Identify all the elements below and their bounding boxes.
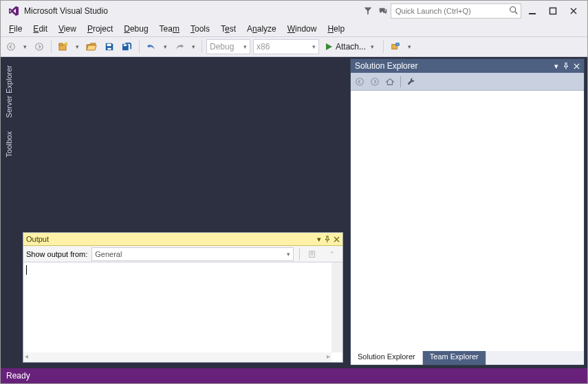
- toggle-word-wrap-button[interactable]: ": [325, 247, 340, 262]
- window-position-icon[interactable]: ▾: [554, 62, 558, 71]
- close-icon[interactable]: [574, 62, 580, 71]
- window-position-icon[interactable]: ▾: [317, 235, 321, 244]
- svg-rect-9: [107, 44, 111, 47]
- close-button[interactable]: [564, 3, 583, 19]
- tab-solution-explorer[interactable]: Solution Explorer: [351, 351, 423, 365]
- menu-team[interactable]: Team: [154, 23, 185, 35]
- save-button[interactable]: [102, 39, 117, 54]
- redo-dropdown[interactable]: ▾: [190, 43, 197, 50]
- vs-logo-icon: [8, 5, 20, 17]
- close-icon[interactable]: [334, 235, 340, 244]
- svg-rect-10: [107, 48, 111, 50]
- separator: [299, 248, 300, 260]
- toolbox-tab[interactable]: Toolbox: [3, 126, 14, 163]
- save-all-button[interactable]: [120, 39, 135, 54]
- back-icon[interactable]: [355, 77, 364, 87]
- main-toolbar: ▾ ▾ ▾ ▾ Debug▾ x86▾ Attach... ▾ ▾: [1, 36, 587, 57]
- separator: [400, 76, 401, 87]
- maximize-button[interactable]: [543, 3, 563, 19]
- menu-file[interactable]: File: [3, 23, 28, 35]
- nav-back-dropdown[interactable]: ▾: [21, 43, 29, 50]
- nav-back-button[interactable]: [3, 39, 19, 54]
- svg-point-0: [510, 7, 516, 12]
- solution-config-combo[interactable]: Debug▾: [206, 39, 250, 54]
- svg-rect-7: [59, 43, 63, 45]
- svg-rect-13: [396, 43, 399, 46]
- menu-edit[interactable]: Edit: [28, 23, 53, 35]
- show-output-from-label: Show output from:: [26, 250, 87, 258]
- svg-point-16: [371, 78, 379, 85]
- nav-forward-button[interactable]: [32, 39, 47, 54]
- menu-test[interactable]: Test: [215, 23, 241, 35]
- start-attach-button[interactable]: Attach... ▾: [322, 42, 379, 52]
- menu-analyze[interactable]: Analyze: [241, 23, 282, 35]
- start-label: Attach...: [336, 42, 366, 52]
- separator: [383, 41, 384, 53]
- titlebar: Microsoft Visual Studio: [1, 1, 587, 21]
- solution-explorer-tree[interactable]: [351, 91, 584, 351]
- titlebar-title: Microsoft Visual Studio: [24, 6, 108, 16]
- svg-line-1: [515, 12, 518, 14]
- open-file-button[interactable]: [84, 39, 99, 54]
- output-header[interactable]: Output ▾: [23, 233, 342, 246]
- output-source-combo[interactable]: General▾: [91, 247, 294, 261]
- search-icon: [509, 5, 519, 15]
- start-dropdown[interactable]: ▾: [369, 43, 376, 50]
- svg-point-4: [8, 43, 15, 51]
- solution-explorer-panel: Solution Explorer ▾ Solution E: [350, 58, 585, 365]
- forward-icon[interactable]: [370, 77, 380, 87]
- minimize-button[interactable]: [523, 3, 542, 19]
- redo-button[interactable]: [172, 39, 187, 54]
- feedback-icon[interactable]: [375, 3, 391, 19]
- document-well: [17, 57, 349, 232]
- menu-help[interactable]: Help: [322, 23, 350, 35]
- svg-rect-3: [550, 8, 556, 14]
- svg-rect-11: [124, 45, 127, 47]
- properties-icon[interactable]: [406, 77, 416, 87]
- new-project-dropdown[interactable]: ▾: [74, 43, 81, 50]
- right-dock: Solution Explorer ▾ Solution E: [349, 57, 587, 368]
- menu-project[interactable]: Project: [82, 23, 118, 35]
- pin-icon[interactable]: [563, 62, 569, 71]
- play-icon: [325, 43, 333, 51]
- svg-rect-2: [529, 13, 536, 14]
- client-area: Server Explorer Toolbox Output ▾ Show ou…: [1, 57, 587, 368]
- menu-debug[interactable]: Debug: [118, 23, 153, 35]
- tab-team-explorer[interactable]: Team Explorer: [423, 351, 486, 365]
- output-toolbar: Show output from: General▾ ": [23, 246, 342, 262]
- separator: [202, 41, 202, 53]
- svg-point-5: [36, 43, 43, 51]
- panel-tabstrip: Solution Explorer Team Explorer: [351, 351, 584, 365]
- menu-view[interactable]: View: [53, 23, 82, 35]
- document-area-column: Output ▾ Show output from: General▾ ": [17, 57, 349, 368]
- status-text: Ready: [6, 371, 30, 381]
- separator: [51, 41, 52, 53]
- new-project-button[interactable]: [56, 39, 71, 54]
- left-tool-rail: Server Explorer Toolbox: [1, 57, 17, 368]
- server-explorer-tab[interactable]: Server Explorer: [3, 60, 14, 123]
- vertical-scrollbar[interactable]: [331, 262, 342, 352]
- pin-icon[interactable]: [324, 235, 331, 244]
- svg-point-15: [356, 78, 364, 85]
- solution-explorer-toolbar: [351, 73, 584, 91]
- menu-window[interactable]: Window: [282, 23, 323, 35]
- output-panel: Output ▾ Show output from: General▾ ": [23, 232, 343, 363]
- solution-explorer-header[interactable]: Solution Explorer ▾: [351, 59, 584, 73]
- solution-explorer-title: Solution Explorer: [355, 61, 417, 71]
- toolbar-options[interactable]: ▾: [406, 43, 413, 50]
- undo-dropdown[interactable]: ▾: [162, 43, 169, 50]
- quick-launch-input[interactable]: [391, 3, 521, 19]
- solution-platform-combo[interactable]: x86▾: [253, 39, 319, 54]
- status-bar: Ready: [1, 368, 587, 383]
- clear-all-button[interactable]: [305, 247, 320, 262]
- separator: [139, 41, 140, 53]
- home-icon[interactable]: [385, 77, 395, 87]
- undo-button[interactable]: [144, 39, 159, 54]
- output-text-area[interactable]: ◂▸: [23, 262, 342, 362]
- quick-launch-wrapper: [391, 3, 521, 19]
- menu-tools[interactable]: Tools: [185, 23, 215, 35]
- find-in-files-button[interactable]: [388, 39, 403, 54]
- horizontal-scrollbar[interactable]: ◂▸: [23, 352, 331, 362]
- notifications-icon[interactable]: [360, 3, 375, 19]
- visual-studio-window: Microsoft Visual Studio File Edit View P…: [0, 0, 588, 384]
